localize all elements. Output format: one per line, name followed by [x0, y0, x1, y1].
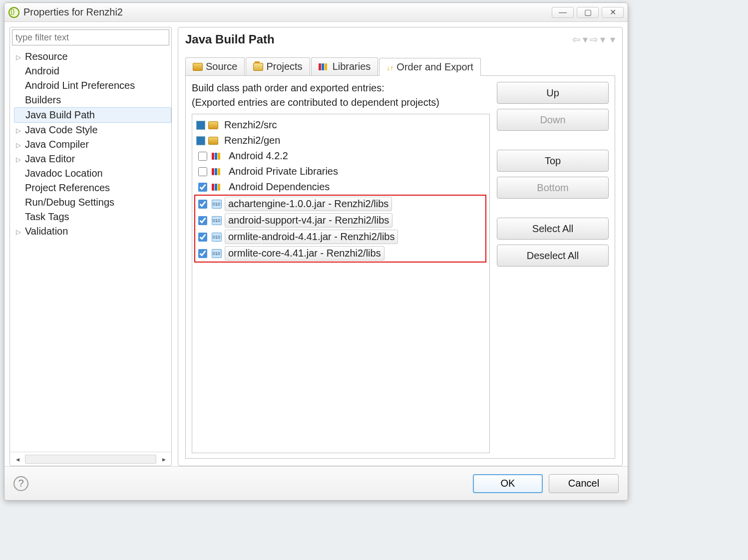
nav-forward-icon[interactable]: ⇨: [590, 33, 598, 45]
down-button[interactable]: Down: [497, 109, 609, 131]
deselect-all-button[interactable]: Deselect All: [497, 245, 609, 267]
tree-item-java-editor[interactable]: ▷Java Editor: [14, 152, 171, 166]
category-tree[interactable]: ▷ResourceAndroidAndroid Lint Preferences…: [10, 47, 171, 452]
scroll-left-button[interactable]: ◂: [13, 455, 22, 463]
ok-button[interactable]: OK: [473, 474, 543, 493]
classpath-entry[interactable]: Android Private Libraries: [195, 164, 486, 179]
tree-item-builders[interactable]: Builders: [14, 93, 171, 107]
classpath-entry[interactable]: ormlite-android-4.41.jar - Renzhi2/libs: [195, 229, 485, 245]
tree-item-label: Javadoc Location: [25, 168, 103, 179]
tab-source[interactable]: Source: [185, 57, 245, 75]
entry-label: ormlite-core-4.41.jar - Renzhi2/libs: [225, 246, 384, 261]
classpath-entry[interactable]: achartengine-1.0.0.jar - Renzhi2/libs: [195, 196, 485, 212]
nav-menu-icon[interactable]: ▾: [610, 33, 615, 45]
scroll-track[interactable]: [25, 455, 156, 464]
up-button[interactable]: Up: [497, 82, 609, 104]
books-icon: [212, 153, 223, 160]
tree-item-label: Run/Debug Settings: [25, 197, 114, 208]
classpath-entry[interactable]: Renzhi2/src: [195, 117, 486, 133]
tree-item-validation[interactable]: ▷Validation: [14, 224, 171, 239]
tree-item-label: Validation: [25, 226, 68, 237]
tabs-row: SourceProjectsLibrariesOrder and Export: [178, 48, 622, 75]
expand-icon[interactable]: ▷: [16, 127, 25, 134]
tab-label: Order and Export: [396, 61, 473, 73]
tree-item-project-references[interactable]: Project References: [14, 181, 171, 195]
jar-icon: [212, 249, 222, 258]
tab-libraries[interactable]: Libraries: [311, 57, 378, 75]
tree-item-resource[interactable]: ▷Resource: [14, 49, 171, 64]
nav-back-icon[interactable]: ⇦: [572, 33, 581, 45]
nav-forward-menu-icon[interactable]: ▾: [600, 33, 605, 45]
expand-icon[interactable]: ▷: [16, 53, 25, 61]
horizontal-scrollbar[interactable]: ◂ ▸: [10, 452, 171, 466]
entry-checkbox[interactable]: [198, 216, 207, 225]
tree-item-java-code-style[interactable]: ▷Java Code Style: [14, 123, 171, 137]
entry-label: ormlite-android-4.41.jar - Renzhi2/libs: [225, 230, 398, 244]
tree-item-javadoc-location[interactable]: Javadoc Location: [14, 166, 171, 181]
jar-icon: [212, 200, 222, 209]
tab-label: Projects: [266, 61, 302, 72]
tree-item-label: Android: [25, 65, 59, 76]
tree-item-java-compiler[interactable]: ▷Java Compiler: [14, 137, 171, 152]
entry-checkbox[interactable]: [198, 183, 207, 192]
right-panel: Java Build Path ⇦ ▾ ⇨ ▾ ▾ SourceProjects…: [178, 27, 623, 466]
filter-input[interactable]: [12, 29, 169, 45]
tree-item-task-tags[interactable]: Task Tags: [14, 210, 171, 224]
page-title: Java Build Path: [185, 32, 275, 46]
maximize-button[interactable]: ▢: [577, 7, 599, 18]
dialog-footer: ? OK Cancel: [4, 466, 628, 500]
tab-label: Source: [206, 61, 237, 72]
nav-back-menu-icon[interactable]: ▾: [583, 33, 588, 45]
cancel-button[interactable]: Cancel: [549, 474, 619, 493]
expand-icon[interactable]: ▷: [16, 156, 25, 163]
classpath-entry[interactable]: ormlite-core-4.41.jar - Renzhi2/libs: [195, 245, 485, 262]
order-export-icon: [386, 61, 393, 73]
tree-item-java-build-path[interactable]: Java Build Path: [14, 107, 171, 123]
top-button[interactable]: Top: [497, 150, 609, 172]
folder-icon: [193, 63, 203, 71]
entry-label: android-support-v4.jar - Renzhi2/libs: [225, 213, 392, 228]
entry-checkbox[interactable]: [198, 152, 207, 161]
expand-icon[interactable]: ▷: [16, 228, 25, 236]
titlebar[interactable]: Properties for Renzhi2 — ▢ ✕: [4, 3, 628, 22]
tree-item-android[interactable]: Android: [14, 64, 171, 78]
entry-label: achartengine-1.0.0.jar - Renzhi2/libs: [225, 197, 392, 211]
entry-checkbox[interactable]: [198, 167, 207, 176]
entry-label: Renzhi2/src: [221, 118, 280, 132]
books-icon: [212, 168, 223, 175]
app-icon: [8, 7, 19, 18]
classpath-entry[interactable]: android-support-v4.jar - Renzhi2/libs: [195, 212, 485, 229]
scroll-right-button[interactable]: ▸: [159, 455, 168, 463]
classpath-list[interactable]: Renzhi2/srcRenzhi2/genAndroid 4.2.2Andro…: [192, 114, 490, 453]
bottom-button[interactable]: Bottom: [497, 177, 609, 199]
entry-checkbox[interactable]: [198, 249, 207, 258]
books-icon: [319, 63, 330, 70]
tree-item-android-lint-preferences[interactable]: Android Lint Preferences: [14, 78, 171, 93]
tree-item-run-debug-settings[interactable]: Run/Debug Settings: [14, 195, 171, 210]
entry-checkbox[interactable]: [198, 200, 207, 209]
tab-projects[interactable]: Projects: [246, 57, 310, 75]
left-panel: ▷ResourceAndroidAndroid Lint Preferences…: [9, 27, 172, 466]
tree-item-label: Builders: [25, 94, 61, 105]
minimize-button[interactable]: —: [552, 7, 574, 18]
classpath-entry[interactable]: Android 4.2.2: [195, 148, 486, 164]
close-button[interactable]: ✕: [602, 7, 624, 18]
folder-open-icon: [253, 63, 263, 71]
folder-icon: [208, 137, 218, 145]
entry-label: Android 4.2.2: [226, 149, 291, 163]
tree-item-label: Java Code Style: [25, 124, 98, 135]
classpath-entry[interactable]: Renzhi2/gen: [195, 133, 486, 148]
highlighted-entries: achartengine-1.0.0.jar - Renzhi2/libsand…: [194, 195, 486, 263]
expand-icon[interactable]: ▷: [16, 141, 25, 149]
help-button[interactable]: ?: [13, 476, 28, 491]
entry-label: Renzhi2/gen: [221, 134, 283, 147]
entry-checkbox[interactable]: [198, 233, 207, 242]
panel-description: Build class path order and exported entr…: [192, 81, 490, 110]
select-all-button[interactable]: Select All: [497, 218, 609, 240]
tree-item-label: Java Compiler: [25, 139, 89, 150]
tree-item-label: Java Editor: [25, 153, 75, 164]
checkbox-filled-icon[interactable]: [196, 121, 205, 130]
tab-order-and-export[interactable]: Order and Export: [379, 58, 480, 76]
checkbox-filled-icon[interactable]: [196, 136, 205, 145]
classpath-entry[interactable]: Android Dependencies: [195, 179, 486, 195]
